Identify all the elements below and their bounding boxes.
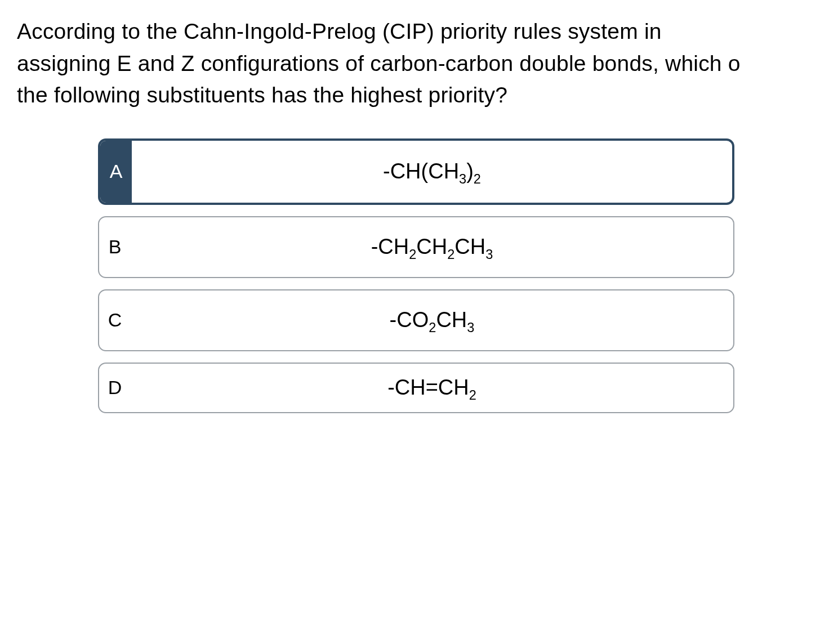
option-d[interactable]: D-CH=CH2	[98, 363, 734, 413]
question-line-3: the following substituents has the highe…	[17, 83, 507, 107]
subscript: 2	[429, 320, 436, 335]
option-letter: A	[100, 141, 132, 203]
question-line-1: According to the Cahn-Ingold-Prelog (CIP…	[17, 19, 662, 43]
option-content: -CH=CH2	[131, 364, 733, 412]
subscript: 3	[459, 172, 466, 186]
options-list: A-CH(CH3)2B-CH2CH2CH3C-CO2CH3D-CH=CH2	[98, 138, 734, 413]
subscript: 2	[469, 388, 476, 402]
option-a[interactable]: A-CH(CH3)2	[98, 138, 734, 205]
question-text: According to the Cahn-Ingold-Prelog (CIP…	[17, 16, 829, 111]
option-content: -CO2CH3	[131, 290, 733, 350]
option-c[interactable]: C-CO2CH3	[98, 289, 734, 351]
option-content: -CH(CH3)2	[132, 141, 732, 203]
quiz-page: According to the Cahn-Ingold-Prelog (CIP…	[0, 0, 829, 413]
option-letter: D	[99, 364, 131, 412]
subscript: 2	[409, 247, 416, 262]
subscript: 3	[467, 320, 474, 335]
option-b[interactable]: B-CH2CH2CH3	[98, 216, 734, 278]
question-line-2: assigning E and Z configurations of carb…	[17, 51, 741, 75]
subscript: 2	[447, 247, 454, 262]
option-letter: C	[99, 290, 131, 350]
subscript: 2	[474, 172, 481, 186]
chemical-formula: -CH=CH2	[387, 375, 476, 400]
option-content: -CH2CH2CH3	[131, 217, 733, 277]
option-letter: B	[99, 217, 131, 277]
subscript: 3	[485, 247, 493, 262]
chemical-formula: -CH(CH3)2	[383, 159, 481, 184]
chemical-formula: -CH2CH2CH3	[371, 235, 493, 259]
chemical-formula: -CO2CH3	[390, 308, 475, 332]
